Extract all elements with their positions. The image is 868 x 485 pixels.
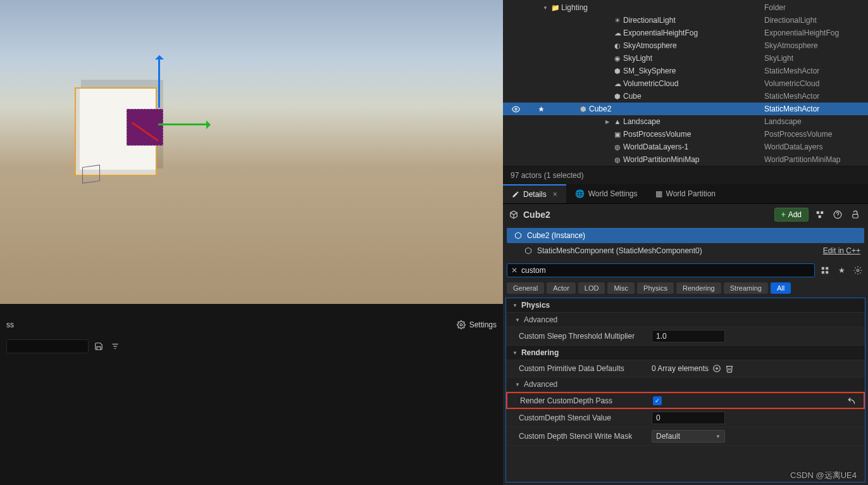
- prop-stencil-value: CustomDepth Stencil Value 0: [506, 409, 865, 427]
- mesh-icon: [509, 210, 518, 219]
- globe-icon: 🌐: [575, 189, 585, 198]
- outliner-row[interactable]: ⬢Cube2StaticMeshActor: [503, 103, 868, 115]
- svg-rect-6: [821, 211, 823, 214]
- chevron-down-icon: ▼: [716, 434, 721, 439]
- prop-primitive-defaults: Custom Primitive Data Defaults 0 Array e…: [506, 360, 865, 377]
- filter-streaming[interactable]: Streaming: [724, 282, 768, 294]
- viewport-3d[interactable]: [0, 0, 503, 304]
- outliner-row[interactable]: ☁ExponentialHeightFogExponentialHeightFo…: [503, 27, 868, 39]
- folder-icon: 📁: [550, 4, 561, 12]
- sun-icon: ☀: [612, 16, 623, 25]
- chevron-down-icon: ▼: [515, 382, 520, 387]
- gizmo-axis-y[interactable]: [158, 57, 160, 108]
- grid-view-icon[interactable]: [819, 264, 831, 277]
- outliner-row[interactable]: ☀DirectionalLightDirectionalLight: [503, 14, 868, 27]
- filter-physics[interactable]: Physics: [637, 282, 674, 294]
- chevron-right-icon[interactable]: ▶: [603, 119, 612, 125]
- svg-rect-12: [826, 267, 828, 270]
- svg-rect-11: [822, 267, 824, 270]
- outliner-item-type: DirectionalLight: [764, 16, 863, 25]
- sleep-threshold-input[interactable]: 1.0: [652, 330, 725, 343]
- outliner-row[interactable]: ◐SkyAtmosphereSkyAtmosphere: [503, 39, 868, 52]
- category-physics[interactable]: ▼ Physics: [506, 298, 865, 313]
- details-filters: GeneralActorLODMiscPhysicsRenderingStrea…: [503, 282, 868, 298]
- lock-icon[interactable]: [849, 208, 862, 221]
- clear-icon[interactable]: ✕: [511, 266, 518, 275]
- details-search-input[interactable]: [521, 266, 810, 275]
- svg-rect-7: [819, 215, 821, 218]
- grid-icon: ▦: [655, 189, 662, 198]
- stencil-mask-select[interactable]: Default ▼: [652, 430, 725, 443]
- filter-icon[interactable]: [109, 340, 121, 353]
- trash-icon[interactable]: [725, 364, 734, 373]
- add-element-icon[interactable]: [712, 364, 721, 373]
- filter-general[interactable]: General: [507, 282, 544, 294]
- hierarchy-icon[interactable]: [814, 208, 826, 221]
- edit-cpp-link[interactable]: Edit in C++: [823, 246, 860, 255]
- tab-details[interactable]: Details ×: [503, 184, 566, 203]
- settings-button[interactable]: Settings: [469, 320, 497, 329]
- outliner-item-label: ExponentialHeightFog: [623, 28, 764, 37]
- svg-rect-5: [817, 211, 819, 214]
- object-title: Cube2: [523, 210, 550, 220]
- stencil-value-input[interactable]: 0: [652, 412, 725, 424]
- details-search-wrap: ✕: [507, 263, 815, 277]
- outliner-row[interactable]: ◉SkyLightSkyLight: [503, 52, 868, 65]
- outliner-item-label: VolumetricCloud: [623, 79, 764, 88]
- outliner-row[interactable]: ◍WorldPartitionMiniMapWorldPartitionMini…: [503, 153, 868, 166]
- filter-misc[interactable]: Misc: [607, 282, 635, 294]
- star-icon[interactable]: ★: [835, 264, 848, 277]
- outliner-item-label: Lighting: [561, 3, 764, 12]
- chevron-down-icon[interactable]: ▼: [541, 5, 550, 11]
- outliner-row[interactable]: ▣PostProcessVolumePostProcessVolume: [503, 128, 868, 141]
- help-icon[interactable]: [831, 208, 844, 221]
- outliner-item-label: DirectionalLight: [623, 16, 764, 25]
- subcategory-advanced-rendering[interactable]: ▼ Advanced: [506, 377, 865, 392]
- outliner-item-type: WorldDataLayers: [764, 142, 863, 151]
- outliner-item-label: WorldPartitionMiniMap: [623, 155, 764, 164]
- filter-lod[interactable]: LOD: [578, 282, 605, 294]
- svg-rect-13: [822, 271, 824, 274]
- eye-icon[interactable]: [503, 105, 528, 113]
- outliner-item-type: StaticMeshActor: [764, 66, 863, 75]
- world-outliner: ▼ 📁 Lighting Folder ☀DirectionalLightDir…: [503, 0, 868, 166]
- reset-icon[interactable]: [847, 396, 859, 405]
- subcategory-advanced-physics[interactable]: ▼ Advanced: [506, 313, 865, 327]
- outliner-folder-row[interactable]: ▼ 📁 Lighting Folder: [503, 1, 868, 14]
- plus-icon: +: [781, 210, 786, 219]
- outliner-row[interactable]: ▶▲LandscapeLandscape: [503, 115, 868, 128]
- outliner-item-label: SM_SkySphere: [623, 66, 764, 75]
- filter-all[interactable]: All: [771, 282, 791, 294]
- svg-point-0: [460, 324, 462, 326]
- category-rendering[interactable]: ▼ Rendering: [506, 346, 865, 360]
- outliner-item-label: Landscape: [623, 117, 764, 126]
- gizmo-axis-x[interactable]: [158, 123, 209, 125]
- outliner-item-label: WorldDataLayers-1: [623, 142, 764, 151]
- save-icon[interactable]: [92, 340, 105, 353]
- outliner-item-type: WorldPartitionMiniMap: [764, 155, 863, 164]
- outliner-item-type: SkyAtmosphere: [764, 41, 863, 50]
- mesh-icon: ⬢: [612, 67, 623, 75]
- add-component-button[interactable]: + Add: [774, 208, 809, 222]
- outliner-item-label: Cube: [623, 92, 764, 101]
- gear-icon[interactable]: [852, 264, 864, 277]
- outliner-row[interactable]: ⬢SM_SkySphereStaticMeshActor: [503, 65, 868, 77]
- outliner-row[interactable]: ☁VolumetricCloudVolumetricCloud: [503, 77, 868, 90]
- tab-world-settings[interactable]: 🌐 World Settings: [566, 184, 647, 203]
- pin-icon[interactable]: [528, 106, 554, 113]
- outliner-item-type: Landscape: [764, 117, 863, 126]
- render-customdepth-checkbox[interactable]: ✓: [653, 396, 662, 405]
- filter-rendering[interactable]: Rendering: [676, 282, 721, 294]
- component-instance-row[interactable]: Cube2 (Instance): [507, 228, 864, 243]
- outliner-statusbar: 97 actors (1 selected): [503, 166, 868, 184]
- tab-world-partition[interactable]: ▦ World Partition: [647, 184, 724, 203]
- outliner-row[interactable]: ◍WorldDataLayers-1WorldDataLayers: [503, 141, 868, 153]
- outliner-row[interactable]: ⬢CubeStaticMeshActor: [503, 90, 868, 103]
- chevron-down-icon: ▼: [512, 350, 518, 356]
- fog-icon: ☁: [612, 29, 623, 37]
- filter-actor[interactable]: Actor: [547, 282, 576, 294]
- details-header: Cube2 + Add: [503, 204, 868, 225]
- component-child-row[interactable]: StaticMeshComponent (StaticMeshComponent…: [503, 243, 868, 258]
- bottom-search-input[interactable]: [6, 339, 89, 353]
- close-icon[interactable]: ×: [553, 190, 557, 199]
